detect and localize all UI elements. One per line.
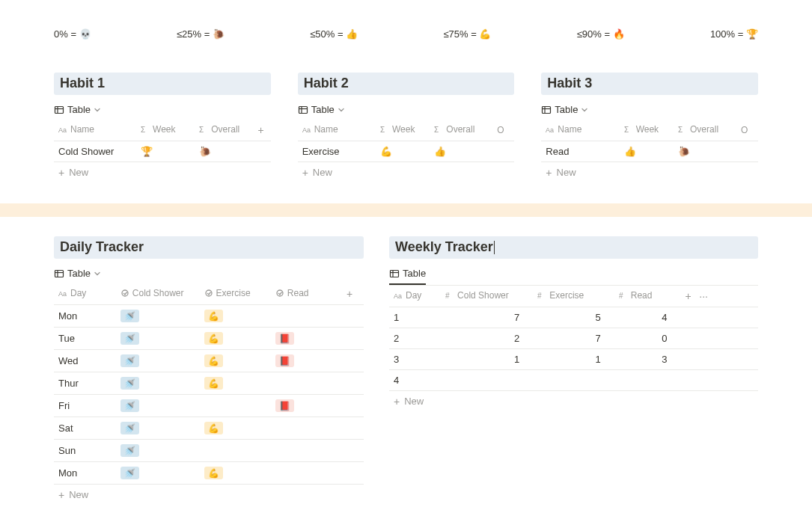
add-column-button[interactable]: + [257,124,263,136]
tag-chip[interactable]: 🚿 [120,399,139,412]
cell-day[interactable]: 4 [389,370,441,391]
new-row-button[interactable]: +New [389,391,758,411]
cell-cold-shower[interactable]: 🚿 [116,372,200,395]
cell-read[interactable] [271,462,342,485]
cell-day[interactable]: Mon [54,305,116,328]
cell-read[interactable]: 4 [614,307,681,328]
cell-exercise[interactable] [533,370,614,391]
cell-day[interactable]: Wed [54,350,116,372]
weekly-view-tab[interactable]: Table [389,265,426,285]
tag-chip[interactable]: 💪 [204,354,223,367]
tag-chip[interactable]: 🚿 [120,377,139,390]
new-row-button[interactable]: +New [541,162,758,182]
cell-cold-shower[interactable]: 7 [441,307,533,328]
cell-cold-shower[interactable]: 🚿 [116,462,200,485]
cell-read[interactable]: 📕 [271,328,342,350]
cell-read[interactable]: 📕 [271,395,342,417]
table-row[interactable]: Wed🚿💪📕 [54,350,364,372]
cell-exercise[interactable] [200,440,271,462]
cell-name[interactable]: Cold Shower [54,141,136,162]
habit-2-view-tab[interactable]: Table [298,101,345,120]
table-row[interactable]: Fri🚿📕 [54,395,364,417]
cell-read[interactable] [271,372,342,395]
cell-exercise[interactable]: 1 [533,349,614,370]
tag-chip[interactable]: 💪 [204,422,223,434]
table-row[interactable]: Sun🚿 [54,440,364,462]
cell-exercise[interactable]: 💪 [200,350,271,372]
tag-chip[interactable]: 🚿 [120,444,139,457]
table-row[interactable]: Exercise 💪 👍 [298,141,515,162]
tag-chip[interactable]: 🚿 [120,354,139,367]
cell-day[interactable]: Mon [54,462,116,485]
cell-cold-shower[interactable]: 1 [441,349,533,370]
cell-day[interactable]: 2 [389,328,441,349]
tag-chip[interactable]: 💪 [204,310,223,322]
daily-view-tab[interactable]: Table [54,265,101,283]
cell-cold-shower[interactable]: 2 [441,328,533,349]
cell-day[interactable]: 1 [389,307,441,328]
tag-chip[interactable]: 📕 [275,399,294,412]
cell-overall[interactable]: 🐌 [195,141,253,162]
cell-read[interactable]: 📕 [271,350,342,372]
cell-overall[interactable]: 👍 [430,141,492,162]
tag-chip[interactable]: 🚿 [120,467,139,479]
cell-week[interactable]: 👍 [620,141,674,162]
cell-cold-shower[interactable]: 🚿 [116,328,200,350]
table-row[interactable]: Cold Shower 🏆 🐌 [54,141,271,162]
tag-chip[interactable]: 💪 [204,332,223,345]
cell-name[interactable]: Read [541,141,619,162]
cell-day[interactable]: 3 [389,349,441,370]
cell-cold-shower[interactable]: 🚿 [116,440,200,462]
cell-cold-shower[interactable]: 🚿 [116,417,200,440]
cell-day[interactable]: Sun [54,440,116,462]
table-row[interactable]: Mon🚿💪 [54,462,364,485]
cell-cold-shower[interactable]: 🚿 [116,395,200,417]
tag-chip[interactable]: 🚿 [120,332,139,345]
table-row[interactable]: 3113 [389,349,758,370]
cell-read[interactable] [271,417,342,440]
more-options-button[interactable]: ··· [696,290,711,302]
cell-exercise[interactable]: 💪 [200,305,271,328]
cell-read[interactable] [271,440,342,462]
habit-3-view-tab[interactable]: Table [541,101,588,120]
cell-cold-shower[interactable]: 🚿 [116,305,200,328]
cell-day[interactable]: Tue [54,328,116,350]
cell-exercise[interactable]: 💪 [200,462,271,485]
cell-read[interactable] [271,305,342,328]
cell-exercise[interactable] [200,395,271,417]
table-row[interactable]: 4 [389,370,758,391]
cell-read[interactable] [614,370,681,391]
cell-overall[interactable]: 🐌 [674,141,736,162]
add-column-button[interactable]: + [347,288,352,300]
cell-day[interactable]: Fri [54,395,116,417]
tag-chip[interactable]: 📕 [275,332,294,345]
cell-exercise[interactable]: 💪 [200,417,271,440]
table-row[interactable]: Read 👍 🐌 [541,141,758,162]
tag-chip[interactable]: 💪 [204,467,223,479]
cell-day[interactable]: Thur [54,372,116,395]
cell-exercise[interactable]: 💪 [200,372,271,395]
new-row-button[interactable]: +New [298,162,515,182]
cell-week[interactable]: 💪 [376,141,430,162]
cell-cold-shower[interactable]: 🚿 [116,350,200,372]
tag-chip[interactable]: 💪 [204,377,223,390]
weekly-title[interactable]: Weekly Tracker [389,236,758,259]
new-row-button[interactable]: +New [54,162,271,182]
table-row[interactable]: Tue🚿💪📕 [54,328,364,350]
table-row[interactable]: 1754 [389,307,758,328]
cell-week[interactable]: 🏆 [136,141,195,162]
table-row[interactable]: Mon🚿💪 [54,305,364,328]
cell-cold-shower[interactable] [441,370,533,391]
table-row[interactable]: 2270 [389,328,758,349]
tag-chip[interactable]: 🚿 [120,310,139,322]
table-row[interactable]: Thur🚿💪 [54,372,364,395]
tag-chip[interactable]: 📕 [275,354,294,367]
table-row[interactable]: Sat🚿💪 [54,417,364,440]
cell-exercise[interactable]: 💪 [200,328,271,350]
new-row-button[interactable]: +New [54,485,364,505]
cell-read[interactable]: 0 [614,328,681,349]
cell-exercise[interactable]: 5 [533,307,614,328]
cell-day[interactable]: Sat [54,417,116,440]
cell-read[interactable]: 3 [614,349,681,370]
cell-exercise[interactable]: 7 [533,328,614,349]
